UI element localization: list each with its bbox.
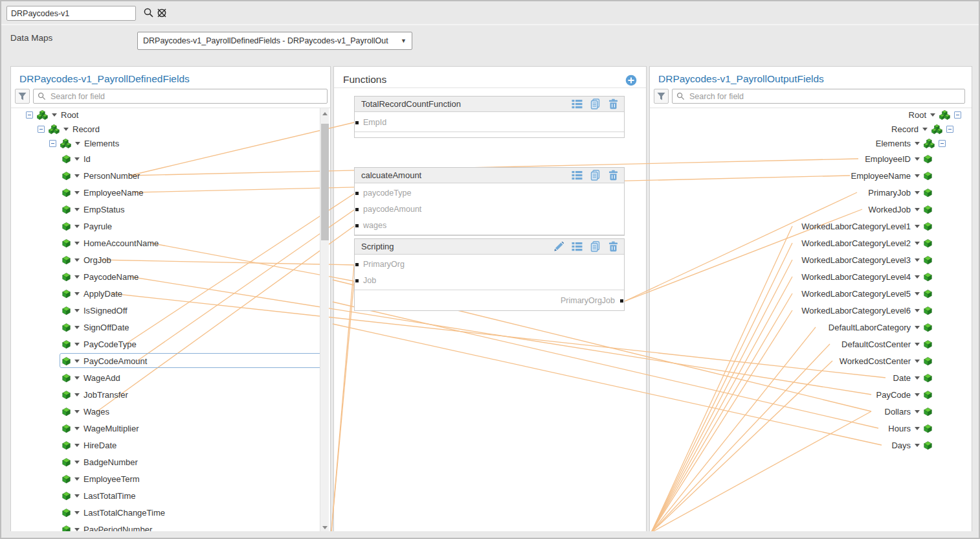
source-field-paycodename[interactable]: PaycodeName	[10, 270, 330, 284]
output-field-workedlaborcategorylevel1[interactable]: WorkedLaborCategoryLevel1	[650, 219, 972, 233]
function-header[interactable]: Scripting	[355, 239, 624, 255]
output-group-record[interactable]: Record	[650, 122, 972, 136]
output-field-workedjob[interactable]: WorkedJob	[650, 202, 972, 216]
source-field-lasttotalchangetime[interactable]: LastTotalChangeTime	[10, 505, 330, 520]
output-field-workedlaborcategorylevel2[interactable]: WorkedLaborCategoryLevel2	[650, 236, 972, 250]
collapse-icon[interactable]	[26, 111, 33, 119]
output-field-days[interactable]: Days	[650, 438, 972, 452]
source-group-record[interactable]: Record	[10, 122, 330, 136]
output-field-dollars[interactable]: Dollars	[650, 404, 972, 419]
source-field-wages[interactable]: Wages	[10, 404, 330, 419]
source-group-elements[interactable]: Elements	[10, 136, 330, 150]
function-input-empid[interactable]: EmpId	[363, 118, 386, 127]
tree-node-label: SignOffDate	[84, 323, 129, 332]
output-field-paycode[interactable]: PayCode	[650, 387, 972, 402]
function-input-paycodeamount[interactable]: paycodeAmount	[363, 205, 421, 214]
source-field-paycodetype[interactable]: PayCodeType	[10, 337, 330, 351]
list-icon[interactable]	[572, 241, 583, 252]
source-field-personnumber[interactable]: PersonNumber	[10, 168, 330, 183]
output-field-employeename[interactable]: EmployeeName	[650, 168, 972, 183]
function-input-wages[interactable]: wages	[363, 221, 386, 230]
source-field-employeename[interactable]: EmployeeName	[10, 185, 330, 200]
cube-icon	[62, 357, 71, 365]
function-header[interactable]: calcuateAmount	[355, 168, 624, 183]
add-function-button[interactable]	[625, 75, 637, 86]
function-input-primaryorg[interactable]: PrimaryOrg	[363, 260, 405, 269]
scrollbar-thumb[interactable]	[321, 124, 329, 240]
trash-icon[interactable]	[608, 170, 619, 181]
caret-down-icon	[915, 225, 920, 228]
collapse-icon[interactable]	[946, 126, 953, 133]
source-field-id[interactable]: Id	[10, 152, 330, 166]
source-field-homeaccountname[interactable]: HomeAccountName	[10, 236, 330, 250]
output-group-root[interactable]: Root	[650, 108, 972, 122]
function-box-calcuateamount[interactable]: calcuateAmount paycodeType paycodeAmount…	[354, 167, 625, 236]
source-field-payrule[interactable]: Payrule	[10, 219, 330, 233]
output-field-workedlaborcategorylevel6[interactable]: WorkedLaborCategoryLevel6	[650, 303, 972, 317]
list-icon[interactable]	[572, 170, 583, 181]
pencil-icon[interactable]	[553, 241, 564, 252]
input-anchor	[355, 224, 359, 227]
output-field-employeeid[interactable]: EmployeeID	[650, 152, 972, 166]
trash-icon[interactable]	[608, 98, 619, 109]
source-field-hiredate[interactable]: HireDate	[10, 438, 330, 452]
output-field-defaultlaborcategory[interactable]: DefaultLaborCategory	[650, 320, 972, 334]
output-field-workedcostcenter[interactable]: WorkedCostCenter	[650, 354, 972, 368]
input-anchor	[355, 208, 359, 211]
function-input-job[interactable]: Job	[363, 276, 376, 285]
copy-icon[interactable]	[590, 170, 601, 181]
output-field-date[interactable]: Date	[650, 371, 972, 385]
output-field-workedlaborcategorylevel3[interactable]: WorkedLaborCategoryLevel3	[650, 253, 972, 267]
source-field-lasttotaltime[interactable]: LastTotalTime	[10, 488, 330, 503]
source-field-search-input[interactable]	[49, 91, 323, 102]
source-group-root[interactable]: Root	[10, 108, 330, 122]
list-icon[interactable]	[572, 98, 583, 109]
output-field-workedlaborcategorylevel4[interactable]: WorkedLaborCategoryLevel4	[650, 270, 972, 284]
source-field-orgjob[interactable]: OrgJob	[10, 253, 330, 267]
trash-icon[interactable]	[608, 241, 619, 252]
output-field-defaultcostcenter[interactable]: DefaultCostCenter	[650, 337, 972, 351]
collapse-icon[interactable]	[954, 111, 961, 119]
output-field-primaryjob[interactable]: PrimaryJob	[650, 185, 972, 200]
source-field-signoffdate[interactable]: SignOffDate	[10, 320, 330, 334]
source-field-applydate[interactable]: ApplyDate	[10, 286, 330, 301]
tree-node-label: DefaultLaborCategory	[829, 323, 911, 332]
copy-icon[interactable]	[590, 241, 601, 252]
output-group-elements[interactable]: Elements	[650, 136, 972, 150]
source-field-issignedoff[interactable]: IsSignedOff	[10, 303, 330, 317]
source-field-employeeterm[interactable]: EmployeeTerm	[10, 472, 330, 486]
search-icon[interactable]	[143, 7, 155, 19]
tree-node-label: Dollars	[885, 407, 911, 417]
collapse-icon[interactable]	[38, 126, 45, 133]
output-field-search-input[interactable]	[688, 91, 961, 102]
copy-icon[interactable]	[590, 98, 601, 109]
caret-down-icon	[75, 142, 80, 145]
clear-search-icon[interactable]	[156, 7, 168, 19]
source-field-jobtransfer[interactable]: JobTransfer	[10, 387, 330, 402]
function-box-totalrecordcountfunction[interactable]: TotalRecordCountFunction EmpId	[354, 96, 625, 138]
source-field-paycodeamount[interactable]: PayCodeAmount	[10, 354, 330, 368]
scroll-up-arrow[interactable]	[320, 108, 329, 119]
function-header[interactable]: TotalRecordCountFunction	[355, 97, 624, 112]
source-field-wageadd[interactable]: WageAdd	[10, 371, 330, 385]
function-output-primaryorgjob[interactable]: PrimaryOrgJob	[561, 296, 615, 305]
output-field-workedlaborcategorylevel5[interactable]: WorkedLaborCategoryLevel5	[650, 286, 972, 301]
source-field-badgenumber[interactable]: BadgeNumber	[10, 455, 330, 469]
output-field-hours[interactable]: Hours	[650, 421, 972, 435]
cube-icon	[62, 323, 71, 332]
function-box-scripting[interactable]: Scripting PrimaryOrg Job PrimaryOrgJob	[354, 238, 625, 311]
collapse-icon[interactable]	[939, 140, 946, 147]
source-field-empstatus[interactable]: EmpStatus	[10, 202, 330, 216]
global-search-input[interactable]	[6, 6, 136, 21]
tree-node-label: WorkedLaborCategoryLevel2	[801, 238, 911, 248]
functions-title: Functions	[343, 74, 386, 86]
scrollbar[interactable]	[320, 108, 329, 533]
filter-button[interactable]	[15, 89, 30, 104]
function-input-paycodetype[interactable]: paycodeType	[363, 189, 411, 198]
collapse-icon[interactable]	[49, 140, 56, 147]
data-maps-dropdown[interactable]: DRPaycodes-v1_PayrollDefinedFields - DRP…	[137, 32, 412, 50]
source-field-wagemultiplier[interactable]: WageMultiplier	[10, 421, 330, 435]
source-field-tree: Root Record Elements Id PersonNumber Emp…	[10, 66, 330, 533]
filter-button[interactable]	[654, 89, 669, 104]
caret-down-icon	[74, 191, 80, 194]
